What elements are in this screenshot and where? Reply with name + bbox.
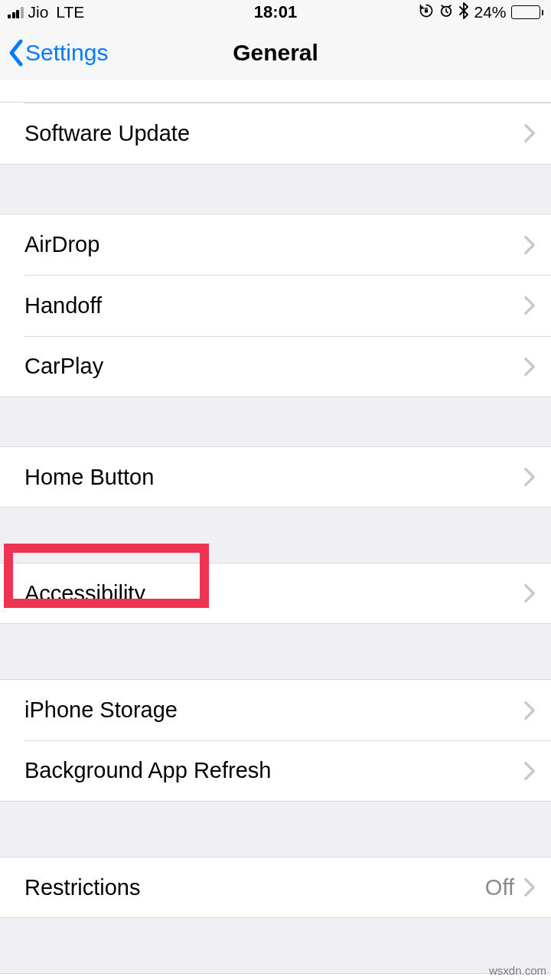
bluetooth-icon — [458, 2, 469, 23]
row-label: Software Update — [24, 121, 190, 146]
carrier-label: Jio — [28, 3, 49, 21]
battery-icon — [511, 5, 544, 19]
row-restrictions[interactable]: Restrictions Off — [0, 857, 551, 918]
row-home-button[interactable]: Home Button — [0, 446, 551, 508]
row-label: Background App Refresh — [24, 758, 271, 783]
chevron-right-icon — [523, 123, 536, 143]
row-label: Home Button — [24, 465, 154, 490]
row-iphone-storage[interactable]: iPhone Storage — [0, 679, 551, 740]
watermark: wsxdn.com — [489, 964, 546, 977]
row-value: Off — [485, 875, 514, 900]
back-button[interactable]: Settings — [8, 39, 108, 67]
row-label: Accessibility — [24, 581, 145, 606]
status-left: Jio LTE — [8, 3, 84, 21]
orientation-lock-icon — [419, 3, 434, 22]
row-software-update[interactable]: Software Update — [0, 103, 551, 164]
page-title: General — [233, 40, 318, 66]
row-date-time[interactable]: Date & Time — [0, 973, 551, 980]
chevron-right-icon — [523, 701, 536, 720]
row-handoff[interactable]: Handoff — [0, 275, 551, 336]
back-label: Settings — [25, 40, 108, 66]
status-bar: Jio LTE 18:01 24% — [0, 0, 551, 24]
row-label: Handoff — [24, 293, 102, 318]
row-label: CarPlay — [24, 354, 103, 379]
chevron-right-icon — [523, 583, 536, 603]
alarm-icon — [439, 3, 454, 22]
row-label: Restrictions — [24, 875, 141, 900]
nav-bar: Settings General — [0, 24, 551, 81]
chevron-right-icon — [523, 296, 536, 315]
row-label: iPhone Storage — [24, 697, 178, 723]
row-airdrop[interactable]: AirDrop — [0, 214, 551, 275]
chevron-right-icon — [523, 761, 536, 781]
chevron-right-icon — [523, 357, 536, 377]
row-carplay[interactable]: CarPlay — [0, 336, 551, 397]
row-label: AirDrop — [24, 232, 99, 257]
chevron-left-icon — [8, 39, 24, 67]
status-right: 24% — [419, 2, 543, 23]
row-accessibility[interactable]: Accessibility — [0, 563, 551, 624]
network-label: LTE — [56, 3, 84, 21]
chevron-right-icon — [523, 467, 536, 487]
status-time: 18:01 — [254, 2, 297, 22]
battery-percent: 24% — [474, 3, 506, 21]
svg-rect-0 — [425, 9, 428, 12]
row-about-partial[interactable] — [0, 80, 551, 103]
chevron-right-icon — [523, 235, 536, 255]
row-background-refresh[interactable]: Background App Refresh — [0, 740, 551, 802]
signal-icon — [8, 6, 24, 18]
chevron-right-icon — [523, 877, 536, 897]
settings-list[interactable]: Software Update AirDrop Handoff CarPlay … — [0, 80, 551, 980]
